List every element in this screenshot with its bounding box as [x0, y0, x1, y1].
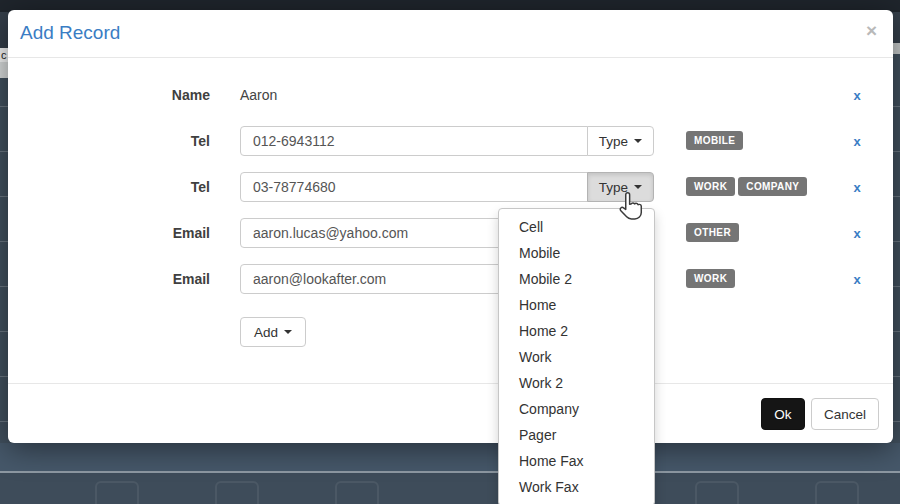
- background-ghost-icon: [815, 481, 859, 504]
- form-row-email-2: Email Type WORK x: [8, 264, 893, 294]
- remove-row-link[interactable]: x: [846, 180, 868, 195]
- background-footer-band: [0, 443, 900, 471]
- dropdown-item-work-2[interactable]: Work 2: [499, 370, 654, 396]
- tel-input-group: Type: [240, 126, 654, 156]
- type-dropdown-button-active[interactable]: Type: [587, 172, 654, 202]
- type-dropdown-button[interactable]: Type: [587, 126, 654, 156]
- background-footer-row: [0, 473, 900, 504]
- dropdown-item-mobile[interactable]: Mobile: [499, 240, 654, 266]
- dropdown-item-home-fax[interactable]: Home Fax: [499, 448, 654, 474]
- remove-row-link[interactable]: x: [846, 272, 868, 287]
- type-badge: WORK: [686, 177, 735, 196]
- dropdown-item-pager[interactable]: Pager: [499, 422, 654, 448]
- type-badge: OTHER: [686, 223, 739, 242]
- badge-group: WORK COMPANY: [686, 177, 810, 196]
- background-ghost-icon: [335, 481, 379, 504]
- type-button-label: Type: [599, 134, 628, 149]
- form-row-tel-1: Tel Type MOBILE x: [8, 126, 893, 156]
- caret-down-icon: [634, 139, 642, 143]
- background-partial-row: c: [0, 48, 8, 62]
- screen: c Add Record × Name Aaron x Tel: [0, 0, 900, 504]
- dropdown-item-work-fax[interactable]: Work Fax: [499, 474, 654, 500]
- form-row-email-1: Email Type OTHER x: [8, 218, 893, 248]
- tel-input-group: Type: [240, 172, 654, 202]
- remove-row-link[interactable]: x: [846, 88, 868, 103]
- dropdown-item-mobile-2[interactable]: Mobile 2: [499, 266, 654, 292]
- cancel-button[interactable]: Cancel: [811, 398, 879, 430]
- form-row-tel-2: Tel Type WORK COMPANY x: [8, 172, 893, 202]
- badge-group: WORK: [686, 269, 738, 288]
- tel-input-1[interactable]: [240, 126, 588, 156]
- background-gray-block: [893, 43, 900, 54]
- add-dropdown-button[interactable]: Add: [240, 317, 306, 347]
- caret-down-icon: [284, 330, 292, 334]
- name-label: Name: [8, 87, 210, 103]
- type-dropdown-menu: Cell Mobile Mobile 2 Home Home 2 Work Wo…: [498, 208, 655, 504]
- dropdown-item-company[interactable]: Company: [499, 396, 654, 422]
- add-record-modal: Add Record × Name Aaron x Tel Type MOBIL…: [8, 10, 893, 443]
- ok-button[interactable]: Ok: [761, 398, 805, 430]
- dropdown-item-cell[interactable]: Cell: [499, 214, 654, 240]
- remove-row-link[interactable]: x: [846, 226, 868, 241]
- type-badge: WORK: [686, 269, 735, 288]
- name-value: Aaron: [240, 87, 277, 103]
- email-label: Email: [8, 225, 210, 241]
- dropdown-item-home-2[interactable]: Home 2: [499, 318, 654, 344]
- background-ghost-icon: [695, 481, 739, 504]
- type-button-label: Type: [599, 180, 628, 195]
- modal-header: Add Record ×: [8, 10, 893, 58]
- modal-close-icon[interactable]: ×: [866, 21, 877, 40]
- background-gray-row: [0, 62, 8, 78]
- tel-label: Tel: [8, 133, 210, 149]
- caret-down-icon: [634, 185, 642, 189]
- background-partial-text: c: [1, 48, 7, 62]
- tel-label: Tel: [8, 179, 210, 195]
- background-ghost-icon: [95, 481, 139, 504]
- badge-group: OTHER: [686, 223, 742, 242]
- email-label: Email: [8, 271, 210, 287]
- dropdown-item-work[interactable]: Work: [499, 344, 654, 370]
- add-button-label: Add: [254, 325, 278, 340]
- type-badge: COMPANY: [738, 177, 807, 196]
- tel-input-2[interactable]: [240, 172, 588, 202]
- modal-title: Add Record: [20, 22, 120, 44]
- dropdown-item-home[interactable]: Home: [499, 292, 654, 318]
- form-row-name: Name Aaron x: [8, 80, 893, 110]
- badge-group: MOBILE: [686, 131, 746, 150]
- footer-divider: [8, 383, 893, 384]
- remove-row-link[interactable]: x: [846, 134, 868, 149]
- type-badge: MOBILE: [686, 131, 743, 150]
- background-ghost-icon: [215, 481, 259, 504]
